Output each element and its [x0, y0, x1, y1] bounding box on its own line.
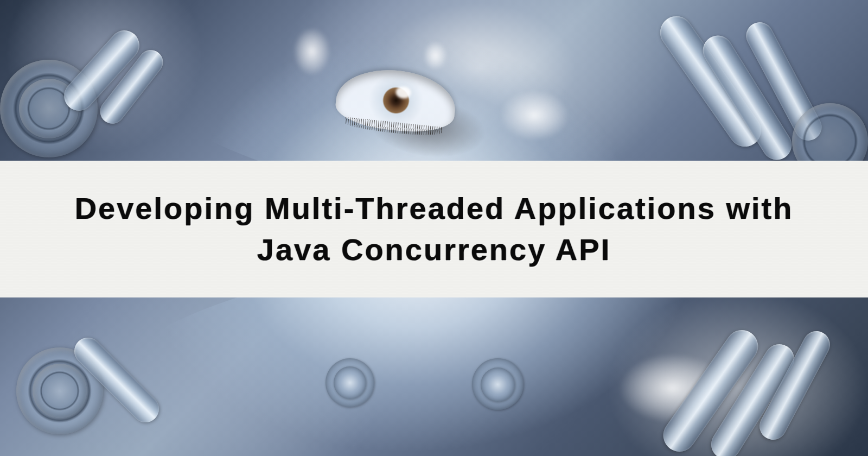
title-banner: Developing Multi-Threaded Applications w… [0, 161, 868, 297]
highlight-reflection [499, 90, 570, 141]
robot-eye [334, 65, 458, 136]
mechanical-detail-bottom-right [673, 304, 868, 456]
title-line-2: Java Concurrency API [257, 232, 611, 267]
highlight-reflection [293, 27, 331, 76]
mechanical-detail-bottom-left [0, 309, 190, 456]
article-title: Developing Multi-Threaded Applications w… [75, 188, 794, 270]
highlight-reflection [423, 41, 448, 71]
title-line-1: Developing Multi-Threaded Applications w… [75, 191, 794, 225]
mechanical-joint [481, 368, 515, 402]
mechanical-joint [334, 366, 366, 399]
